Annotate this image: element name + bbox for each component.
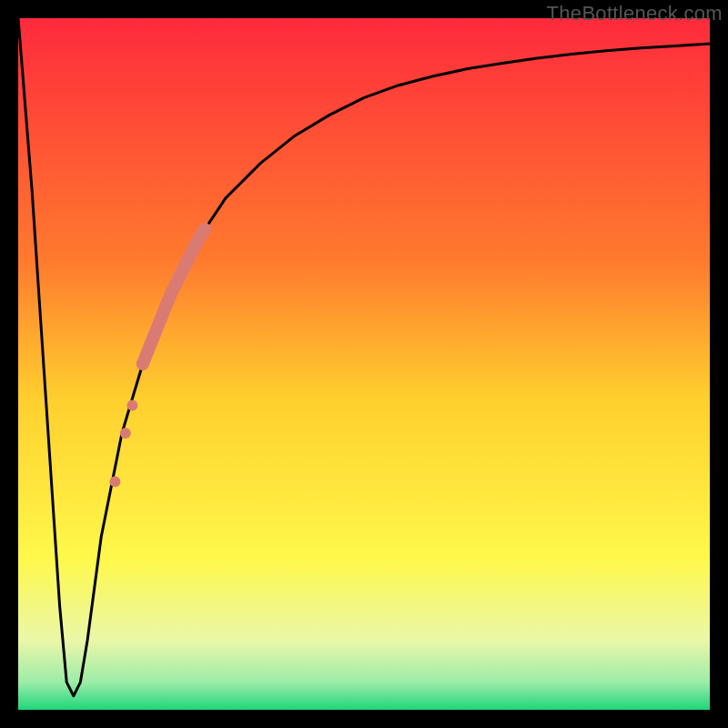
- bottleneck-chart: [18, 18, 710, 710]
- dot-1: [126, 400, 137, 411]
- dot-3: [109, 476, 120, 487]
- watermark-text: TheBottleneck.com: [547, 2, 723, 25]
- dot-2: [120, 428, 131, 439]
- gradient-bg: [18, 18, 710, 710]
